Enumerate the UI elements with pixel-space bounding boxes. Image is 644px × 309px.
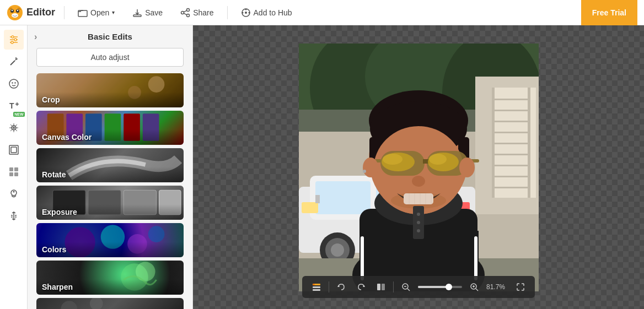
svg-rect-106: [361, 236, 364, 280]
svg-point-22: [14, 39, 17, 41]
svg-point-144: [313, 284, 315, 285]
svg-point-140: [417, 229, 420, 232]
svg-point-9: [181, 11, 184, 14]
sidebar-icon-effects[interactable]: [4, 118, 24, 138]
face-icon: [8, 78, 19, 89]
fullscreen-icon: [516, 283, 525, 291]
header-divider-1: [64, 6, 65, 19]
toolbar-divider-1: [329, 281, 329, 292]
sidebar-icon-textures[interactable]: [4, 162, 24, 182]
svg-point-8: [187, 8, 190, 11]
svg-rect-80: [492, 99, 530, 100]
zoom-percentage: 81.7%: [486, 283, 508, 291]
tool-item-colors[interactable]: Colors: [36, 223, 184, 257]
svg-point-14: [245, 12, 247, 14]
compare-icon: [377, 283, 385, 291]
svg-point-139: [417, 221, 420, 224]
svg-point-16: [248, 12, 250, 13]
sidebar-icon-smart-tools[interactable]: [4, 52, 24, 72]
svg-rect-148: [382, 284, 385, 290]
exposure-label: Exposure: [36, 204, 184, 220]
fullscreen-button[interactable]: [513, 279, 528, 295]
stickers-icon: [8, 188, 19, 199]
svg-point-17: [245, 8, 246, 10]
bottom-toolbar: 81.7%: [302, 276, 535, 298]
svg-point-65: [136, 262, 155, 281]
effects-icon: [8, 122, 19, 133]
canvas-color-label: Canvas Color: [36, 129, 184, 145]
app-logo-icon: [7, 4, 23, 21]
app-title: Editor: [26, 7, 55, 18]
svg-point-63: [148, 226, 165, 242]
svg-point-10: [187, 14, 190, 17]
svg-line-11: [184, 10, 187, 12]
app-header: Editor Open ▾ Save Share: [0, 0, 644, 25]
tool-item-exposure[interactable]: Exposure: [36, 186, 184, 220]
redo-button[interactable]: [353, 279, 369, 295]
svg-point-21: [12, 36, 14, 38]
textures-icon: [8, 166, 19, 177]
panel-collapse-chevron[interactable]: ›: [34, 32, 37, 42]
zoom-slider-container: [418, 286, 462, 288]
sliders-icon: [8, 34, 19, 45]
tool-item-sharpen[interactable]: Sharpen: [36, 261, 184, 295]
tool-item-canvas-color[interactable]: Canvas Color: [36, 111, 184, 145]
svg-point-134: [363, 158, 378, 177]
free-trial-button[interactable]: Free Trial: [581, 0, 637, 25]
svg-point-15: [242, 12, 243, 13]
svg-point-29: [12, 82, 13, 83]
tool-item-crop[interactable]: Crop: [36, 73, 184, 107]
save-button[interactable]: Save: [128, 6, 167, 20]
svg-point-0: [7, 5, 23, 20]
zoom-slider-fill: [418, 286, 447, 288]
frames-icon: [8, 144, 19, 155]
auto-adjust-button[interactable]: Auto adjust: [36, 48, 184, 67]
zoom-in-icon: [470, 283, 479, 291]
logo-area: Editor: [7, 4, 55, 21]
svg-point-4: [12, 9, 13, 10]
open-chevron-icon: ▾: [112, 9, 115, 15]
svg-point-138: [417, 213, 420, 216]
svg-text:T: T: [9, 101, 14, 110]
compare-button[interactable]: [373, 279, 389, 295]
add-to-hub-button[interactable]: Add to Hub: [237, 6, 297, 20]
zoom-slider-thumb: [446, 284, 452, 290]
svg-point-126: [412, 176, 425, 187]
svg-rect-37: [9, 167, 13, 171]
svg-point-42: [13, 191, 14, 193]
svg-rect-99: [302, 202, 318, 213]
zoom-out-button[interactable]: [398, 279, 414, 295]
zoom-slider[interactable]: [418, 286, 462, 288]
sidebar-icon-text[interactable]: T NEW: [4, 96, 24, 116]
svg-rect-83: [492, 132, 530, 133]
sidebar-icon-face[interactable]: [4, 74, 24, 94]
svg-line-12: [184, 13, 187, 15]
svg-rect-84: [492, 143, 530, 144]
sidebar-icon-stickers[interactable]: [4, 184, 24, 204]
layers-button[interactable]: [309, 279, 324, 295]
svg-point-5: [17, 9, 18, 10]
zoom-in-button[interactable]: [466, 279, 482, 295]
svg-point-95: [331, 243, 344, 257]
share-button[interactable]: Share: [176, 6, 218, 20]
icon-sidebar: T NEW: [0, 25, 28, 309]
hub-icon: [241, 8, 251, 18]
touchup-icon: [8, 210, 19, 221]
tool-item-rotate[interactable]: Rotate: [36, 148, 184, 182]
open-button[interactable]: Open ▾: [73, 6, 119, 20]
bottom-bg-art: [36, 298, 184, 309]
redo-icon: [357, 283, 366, 291]
canvas-area: 81.7%: [193, 25, 644, 309]
sidebar-icon-frames[interactable]: [4, 140, 24, 160]
svg-point-28: [9, 79, 18, 88]
undo-button[interactable]: [334, 279, 349, 295]
svg-rect-40: [14, 172, 18, 176]
layers-icon: [312, 282, 321, 292]
sidebar-icon-adjustments[interactable]: [4, 30, 24, 50]
svg-rect-85: [492, 154, 530, 155]
tool-item-bottom-partial[interactable]: [36, 298, 184, 309]
colors-label: Colors: [36, 242, 184, 257]
sidebar-icon-touchup[interactable]: [4, 206, 24, 226]
tools-panel-header: › Basic Edits: [28, 25, 192, 48]
photo-container: [299, 44, 539, 291]
